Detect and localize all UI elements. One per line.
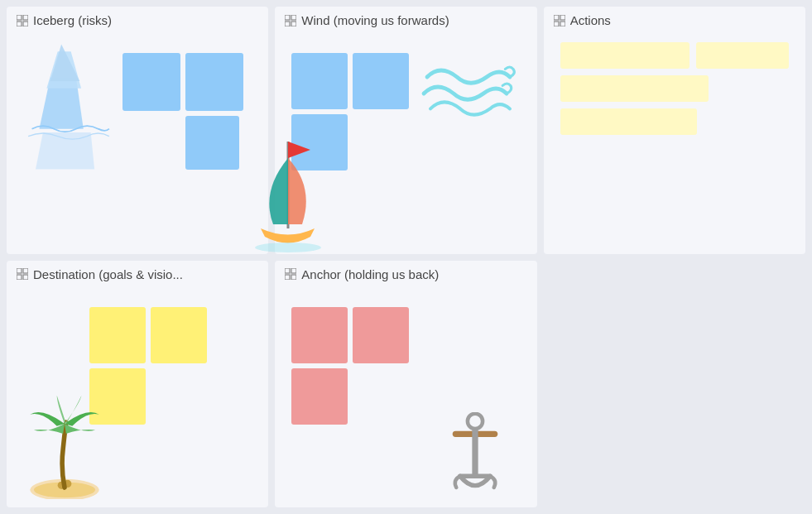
iceberg-content	[17, 34, 258, 232]
dest-sq-1	[89, 307, 146, 363]
action-row-2	[560, 75, 789, 102]
svg-rect-21	[285, 268, 290, 273]
action-bar-3[interactable]	[560, 75, 709, 102]
board-grid: Iceberg (risks)	[0, 0, 812, 514]
iceberg-squares	[123, 53, 243, 170]
iceberg-illustration	[23, 41, 114, 173]
destination-content	[17, 288, 258, 486]
wind-sq-1	[291, 53, 348, 109]
anchor-title: Anchor (holding us back)	[285, 267, 526, 281]
svg-rect-6	[291, 15, 296, 20]
resize-icon-wind	[285, 15, 296, 26]
destination-squares	[89, 307, 207, 425]
wind-sq-3	[291, 114, 348, 171]
svg-rect-15	[17, 275, 22, 280]
iceberg-sq-1	[123, 53, 180, 111]
svg-rect-7	[285, 22, 290, 26]
iceberg-panel: Iceberg (risks)	[7, 7, 268, 254]
wind-panel: Wind (moving us forwards)	[275, 7, 536, 254]
svg-rect-2	[17, 22, 22, 26]
iceberg-sq-2	[185, 53, 243, 111]
svg-rect-8	[291, 22, 296, 26]
actions-content	[554, 34, 795, 143]
svg-rect-10	[560, 15, 565, 20]
dest-sq-2	[151, 307, 207, 363]
wind-content	[285, 34, 526, 232]
action-row-1	[560, 42, 789, 69]
svg-rect-16	[23, 275, 28, 280]
actions-panel: Actions	[544, 7, 805, 254]
svg-point-25	[468, 414, 483, 429]
wind-illustration	[413, 57, 521, 123]
svg-rect-0	[17, 15, 22, 20]
palm-illustration	[23, 392, 106, 499]
svg-rect-27	[472, 427, 478, 476]
svg-rect-5	[285, 15, 290, 20]
svg-rect-22	[291, 268, 296, 273]
svg-rect-23	[285, 275, 290, 280]
anchor-illustration	[438, 412, 512, 495]
destination-panel: Destination (goals & visio...	[7, 261, 268, 508]
anchor-panel: Anchor (holding us back)	[275, 261, 536, 508]
action-row-3	[560, 108, 789, 135]
wind-title: Wind (moving us forwards)	[285, 13, 526, 27]
action-bar-4[interactable]	[560, 108, 698, 135]
iceberg-title: Iceberg (risks)	[17, 13, 258, 27]
wind-sq-2	[353, 53, 409, 109]
anchor-sq-2	[353, 307, 409, 363]
resize-icon-dest	[17, 268, 28, 280]
resize-icon-actions	[554, 15, 565, 26]
action-bar-1[interactable]	[560, 42, 690, 69]
resize-icon-anchor	[285, 268, 296, 280]
anchor-sq-1	[291, 307, 348, 363]
action-bar-2[interactable]	[696, 42, 789, 69]
svg-rect-24	[291, 275, 296, 280]
anchor-squares	[291, 307, 409, 425]
anchor-sq-3	[291, 368, 348, 425]
empty-cell	[544, 261, 805, 508]
svg-rect-14	[23, 268, 28, 273]
resize-icon	[17, 15, 28, 26]
svg-rect-11	[554, 22, 559, 26]
svg-rect-13	[17, 268, 22, 273]
actions-title: Actions	[554, 13, 795, 27]
anchor-content	[285, 288, 526, 486]
svg-rect-3	[23, 22, 28, 26]
iceberg-sq-3	[185, 116, 239, 170]
svg-rect-9	[554, 15, 559, 20]
svg-rect-12	[560, 22, 565, 26]
svg-rect-1	[23, 15, 28, 20]
destination-title: Destination (goals & visio...	[17, 267, 258, 281]
wind-squares-container	[291, 53, 409, 171]
